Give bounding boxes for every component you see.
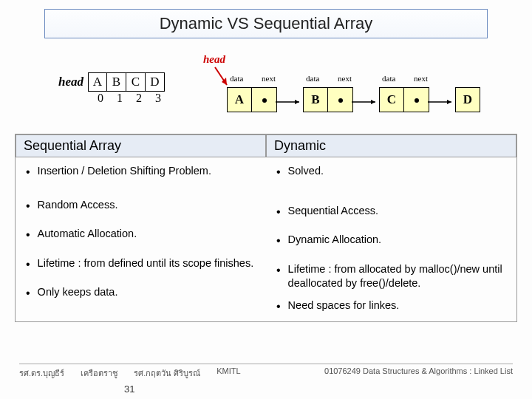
link-arrow-icon xyxy=(428,98,457,106)
array-head-label: head xyxy=(58,75,83,89)
node-next-label: next xyxy=(414,74,428,83)
sequential-array-diagram: head A B C D 0 1 2 3 xyxy=(55,72,168,105)
linked-head-label: head xyxy=(203,53,225,66)
node-next-label: next xyxy=(338,74,352,83)
array-cell: C xyxy=(126,72,146,92)
node-value: C xyxy=(379,87,404,112)
list-item: •Lifetime : from allocated by malloc()/n… xyxy=(266,259,516,295)
array-cell: A xyxy=(88,72,107,92)
array-index: 0 xyxy=(91,92,110,105)
right-column: Dynamic •Solved. •Sequential Access. •Dy… xyxy=(266,134,516,321)
list-item: •Insertion / Deletion Shifting Problem. xyxy=(16,160,266,184)
list-item: •Lifetime : from defined until its scope… xyxy=(16,253,266,276)
footer-author: เครือตราชู xyxy=(81,366,117,380)
node-pointer xyxy=(252,87,277,112)
left-header: Sequential Array xyxy=(16,134,266,157)
array-index: 3 xyxy=(149,92,168,105)
footer-author: รศ.ดร.บุญธีร์ xyxy=(19,366,64,380)
list-item: •Automatic Allocation. xyxy=(16,223,266,247)
svg-marker-3 xyxy=(295,100,299,104)
node-pointer xyxy=(328,87,353,112)
svg-marker-5 xyxy=(371,100,375,104)
list-item: •Sequential Access. xyxy=(266,200,516,224)
array-index: 1 xyxy=(110,92,129,105)
list-item: •Dynamic Allocation. xyxy=(266,229,516,253)
node-value: B xyxy=(303,87,328,112)
footer-author: รศ.กฤตวัน ศิริบูรณ์ xyxy=(134,366,200,380)
footer: รศ.ดร.บุญธีร์ เครือตราชู รศ.กฤตวัน ศิริบ… xyxy=(19,364,513,380)
left-column: Sequential Array •Insertion / Deletion S… xyxy=(16,134,266,321)
array-cell: D xyxy=(146,72,165,92)
comparison-table: Sequential Array •Insertion / Deletion S… xyxy=(15,134,517,322)
svg-marker-7 xyxy=(447,100,451,104)
list-item: •Random Access. xyxy=(16,194,266,218)
node-next-label: next xyxy=(262,74,276,83)
node-data-label: data xyxy=(382,74,395,83)
page-number: 31 xyxy=(124,383,134,395)
link-arrow-icon xyxy=(352,98,381,106)
list-item: •Need spaces for linkes. xyxy=(266,295,516,318)
slide-title: Dynamic VS Sequential Array xyxy=(44,9,488,38)
footer-course: 01076249 Data Structures & Algorithms : … xyxy=(324,366,513,380)
node-data-label: data xyxy=(230,74,243,83)
node-pointer xyxy=(404,87,429,112)
diagrams-row: head A B C D 0 1 2 3 head data next A da… xyxy=(55,53,506,123)
node-data-label: data xyxy=(306,74,319,83)
right-header: Dynamic xyxy=(266,134,516,157)
array-index: 2 xyxy=(129,92,149,105)
array-cell: B xyxy=(107,72,126,92)
footer-org: KMITL xyxy=(216,366,240,380)
linked-list-diagram: head data next A data next B data next C… xyxy=(203,53,506,123)
list-item: •Only keeps data. xyxy=(16,282,266,305)
node-value: A xyxy=(227,87,252,112)
link-arrow-icon xyxy=(276,98,305,106)
list-item: •Solved. xyxy=(266,160,516,184)
node-value: D xyxy=(455,87,480,112)
